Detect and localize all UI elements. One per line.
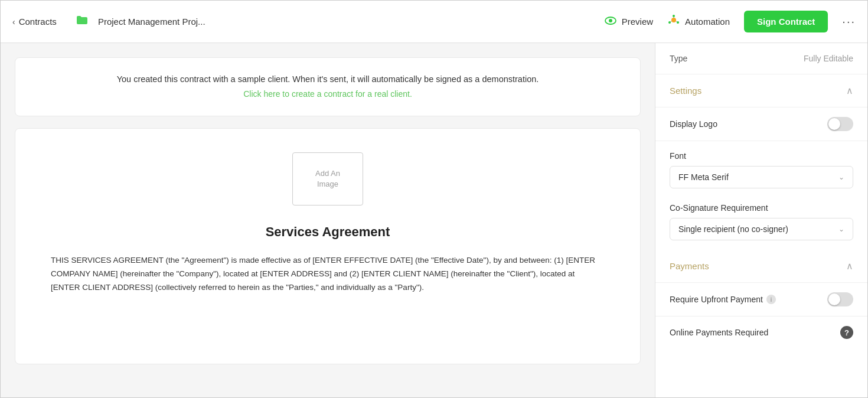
header-right: Preview Automation Sign Contract ··· bbox=[604, 11, 856, 32]
online-payments-question-icon[interactable]: ? bbox=[840, 326, 853, 339]
toggle-thumb bbox=[828, 118, 840, 130]
automation-button[interactable]: Automation bbox=[667, 14, 730, 30]
demo-banner: You created this contract with a sample … bbox=[15, 57, 641, 116]
font-select[interactable]: FF Meta Serif ⌄ bbox=[670, 166, 853, 188]
type-value: Fully Editable bbox=[804, 54, 853, 63]
sign-contract-button[interactable]: Sign Contract bbox=[744, 11, 828, 32]
display-logo-label: Display Logo bbox=[670, 119, 717, 129]
require-payment-info-icon[interactable]: i bbox=[766, 295, 776, 304]
svg-point-5 bbox=[668, 21, 671, 24]
svg-point-3 bbox=[673, 15, 675, 17]
payments-title: Payments bbox=[670, 261, 709, 271]
type-row: Type Fully Editable bbox=[655, 43, 867, 74]
require-payment-toggle[interactable] bbox=[827, 292, 853, 306]
automation-icon bbox=[667, 14, 680, 30]
cosign-select-chevron-icon: ⌄ bbox=[838, 225, 844, 233]
cosign-value: Single recipient (no co-signer) bbox=[678, 224, 788, 234]
payments-section-header[interactable]: Payments ∧ bbox=[655, 250, 867, 283]
settings-title: Settings bbox=[670, 86, 701, 96]
cosign-label: Co-Signature Requirement bbox=[670, 203, 768, 213]
add-image-label: Add An Image bbox=[315, 168, 340, 190]
type-label: Type bbox=[670, 54, 687, 63]
online-payments-label: Online Payments Required bbox=[670, 328, 768, 337]
svg-line-7 bbox=[676, 21, 677, 22]
require-payment-label: Require Upfront Payment bbox=[670, 295, 763, 304]
require-payment-row: Require Upfront Payment i bbox=[655, 283, 867, 317]
toggle-thumb-2 bbox=[828, 293, 840, 305]
sign-contract-label: Sign Contract bbox=[757, 17, 815, 27]
font-label-row: Font bbox=[655, 141, 867, 166]
font-value: FF Meta Serif bbox=[678, 172, 729, 182]
demo-banner-text: You created this contract with a sample … bbox=[27, 74, 628, 84]
svg-line-8 bbox=[671, 21, 671, 22]
contracts-label: Contracts bbox=[19, 17, 57, 27]
folder-icon bbox=[76, 14, 89, 30]
display-logo-toggle[interactable] bbox=[827, 117, 853, 131]
display-logo-row: Display Logo bbox=[655, 107, 867, 141]
document-title: Services Agreement bbox=[51, 224, 605, 240]
font-label: Font bbox=[670, 151, 686, 161]
sidebar: Type Fully Editable Settings ∧ Display L… bbox=[655, 43, 867, 398]
font-select-chevron-icon: ⌄ bbox=[838, 173, 844, 181]
document-area: Add An Image Services Agreement THIS SER… bbox=[15, 128, 641, 364]
payments-chevron-up-icon: ∧ bbox=[846, 260, 853, 272]
settings-chevron-up-icon: ∧ bbox=[846, 85, 853, 96]
header: ‹ Contracts Project Management Proj... P… bbox=[1, 1, 867, 43]
svg-point-1 bbox=[609, 19, 612, 22]
online-payments-row: Online Payments Required ? bbox=[655, 317, 867, 348]
back-contracts-link[interactable]: ‹ Contracts bbox=[12, 17, 57, 27]
cosign-label-row: Co-Signature Requirement bbox=[655, 198, 867, 218]
more-icon: ··· bbox=[842, 15, 856, 28]
preview-label: Preview bbox=[622, 17, 653, 27]
add-image-placeholder[interactable]: Add An Image bbox=[292, 152, 363, 205]
automation-label: Automation bbox=[685, 17, 730, 27]
back-chevron-icon: ‹ bbox=[12, 17, 15, 27]
main-layout: You created this contract with a sample … bbox=[1, 43, 867, 398]
preview-button[interactable]: Preview bbox=[604, 14, 653, 29]
document-body: THIS SERVICES AGREEMENT (the "Agreement"… bbox=[51, 254, 605, 295]
require-payment-label-group: Require Upfront Payment i bbox=[670, 295, 776, 304]
content-area: You created this contract with a sample … bbox=[1, 43, 655, 398]
header-left: ‹ Contracts Project Management Proj... bbox=[12, 14, 205, 30]
project-name: Project Management Proj... bbox=[98, 17, 205, 27]
cosign-select[interactable]: Single recipient (no co-signer) ⌄ bbox=[670, 218, 853, 240]
svg-point-4 bbox=[677, 21, 679, 24]
svg-point-2 bbox=[671, 18, 676, 22]
eye-icon bbox=[604, 14, 617, 29]
more-options-button[interactable]: ··· bbox=[842, 15, 856, 28]
settings-section-header[interactable]: Settings ∧ bbox=[655, 74, 867, 107]
create-real-client-link[interactable]: Click here to create a contract for a re… bbox=[243, 89, 412, 99]
